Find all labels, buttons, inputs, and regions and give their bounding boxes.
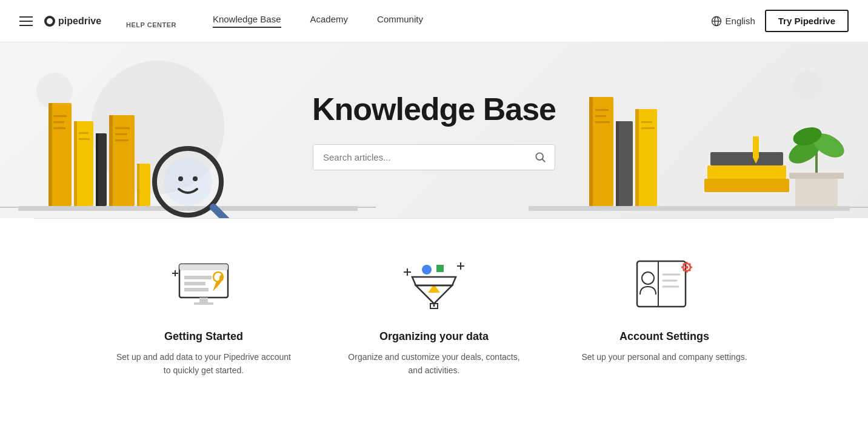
svg-rect-22 [79, 132, 88, 134]
svg-point-1 [47, 18, 53, 24]
svg-rect-52 [795, 176, 838, 206]
svg-text:pipedrive: pipedrive [58, 16, 101, 26]
svg-point-58 [536, 153, 543, 160]
svg-rect-69 [194, 302, 213, 305]
svg-point-14 [193, 176, 198, 181]
cards-section: Getting Started Set up and add data to y… [0, 219, 868, 426]
svg-rect-63 [184, 282, 205, 285]
try-pipedrive-button[interactable]: Try Pipedrive [765, 10, 849, 32]
svg-rect-88 [681, 267, 684, 268]
svg-rect-18 [53, 121, 64, 123]
nav-link-academy[interactable]: Academy [310, 14, 349, 28]
svg-rect-16 [48, 103, 52, 206]
svg-rect-37 [589, 97, 593, 206]
svg-point-74 [422, 265, 432, 275]
card-organizing-data-title: Organizing your data [343, 330, 525, 343]
svg-rect-68 [199, 298, 208, 302]
svg-rect-45 [641, 121, 652, 123]
svg-rect-38 [595, 109, 609, 111]
svg-rect-46 [641, 127, 655, 129]
svg-rect-28 [115, 127, 130, 129]
svg-rect-7 [18, 206, 358, 211]
card-account-settings-desc: Set up your personal and company setting… [573, 350, 755, 364]
nav-right: English Try Pipedrive [711, 10, 849, 32]
svg-rect-47 [704, 179, 789, 192]
svg-rect-19 [53, 127, 65, 129]
organizing-data-icon [343, 255, 525, 316]
svg-rect-39 [595, 115, 606, 117]
svg-line-59 [542, 159, 546, 162]
svg-marker-51 [753, 158, 759, 164]
svg-rect-41 [616, 121, 633, 206]
svg-rect-44 [635, 109, 639, 206]
svg-rect-27 [109, 115, 113, 206]
svg-point-56 [809, 128, 848, 162]
svg-rect-26 [109, 115, 135, 206]
svg-line-12 [213, 207, 239, 218]
svg-rect-62 [184, 276, 212, 279]
svg-point-35 [792, 70, 823, 100]
card-getting-started[interactable]: Getting Started Set up and add data to y… [88, 255, 319, 378]
svg-rect-20 [74, 121, 93, 206]
svg-rect-30 [115, 139, 129, 141]
svg-point-10 [155, 148, 221, 215]
svg-rect-36 [589, 97, 613, 206]
svg-rect-75 [436, 265, 444, 272]
help-center-label: HELP CENTER [126, 21, 176, 28]
globe-icon [711, 16, 722, 27]
hero-title: Knowledge Base [312, 91, 556, 127]
nav-link-knowledge-base[interactable]: Knowledge Base [213, 14, 281, 28]
svg-rect-23 [79, 138, 90, 140]
svg-rect-25 [96, 133, 98, 206]
svg-rect-31 [137, 164, 150, 206]
svg-point-80 [642, 272, 654, 284]
language-label: English [726, 16, 755, 26]
card-account-settings-title: Account Settings [573, 330, 755, 343]
svg-rect-61 [179, 264, 228, 270]
svg-rect-89 [690, 267, 692, 268]
books-right-svg [529, 42, 868, 218]
svg-point-8 [91, 61, 224, 194]
nav-links: Knowledge Base Academy Community [213, 14, 711, 28]
search-input[interactable] [313, 145, 526, 170]
svg-rect-78 [637, 261, 686, 307]
svg-point-57 [791, 124, 824, 148]
svg-point-11 [164, 158, 212, 206]
svg-rect-15 [48, 103, 72, 206]
search-bar [313, 144, 555, 170]
svg-rect-86 [686, 262, 688, 264]
svg-rect-43 [635, 109, 657, 206]
hero-section: Knowledge Base [0, 42, 868, 218]
svg-point-55 [785, 135, 824, 168]
search-icon [534, 151, 546, 163]
hero-illustration-right [529, 42, 868, 218]
logo-link[interactable]: pipedrive HELP CENTER [44, 12, 176, 31]
account-settings-icon [573, 255, 755, 316]
svg-rect-53 [789, 173, 844, 179]
search-button[interactable] [526, 145, 555, 169]
language-selector[interactable]: English [711, 16, 755, 27]
svg-rect-50 [753, 136, 759, 158]
getting-started-icon [113, 255, 295, 316]
svg-rect-34 [529, 206, 850, 211]
svg-rect-24 [96, 133, 107, 206]
svg-rect-64 [184, 288, 209, 291]
card-organizing-data[interactable]: Organizing your data Organize and custom… [319, 255, 549, 378]
svg-rect-42 [616, 121, 619, 206]
svg-rect-21 [74, 121, 77, 206]
nav-link-community[interactable]: Community [377, 14, 423, 28]
hero-content: Knowledge Base [312, 91, 556, 170]
svg-rect-32 [137, 164, 139, 206]
svg-point-9 [36, 73, 73, 109]
svg-rect-17 [53, 115, 67, 117]
svg-rect-29 [115, 133, 127, 135]
card-getting-started-title: Getting Started [113, 330, 295, 343]
svg-point-13 [178, 176, 183, 181]
hamburger-menu[interactable] [19, 16, 33, 26]
navbar: pipedrive HELP CENTER Knowledge Base Aca… [0, 0, 868, 42]
svg-rect-48 [707, 165, 786, 179]
svg-point-85 [686, 266, 689, 269]
card-getting-started-desc: Set up and add data to your Pipedrive ac… [113, 350, 295, 378]
svg-rect-40 [595, 121, 610, 123]
card-account-settings[interactable]: Account Settings Set up your personal an… [549, 255, 780, 378]
